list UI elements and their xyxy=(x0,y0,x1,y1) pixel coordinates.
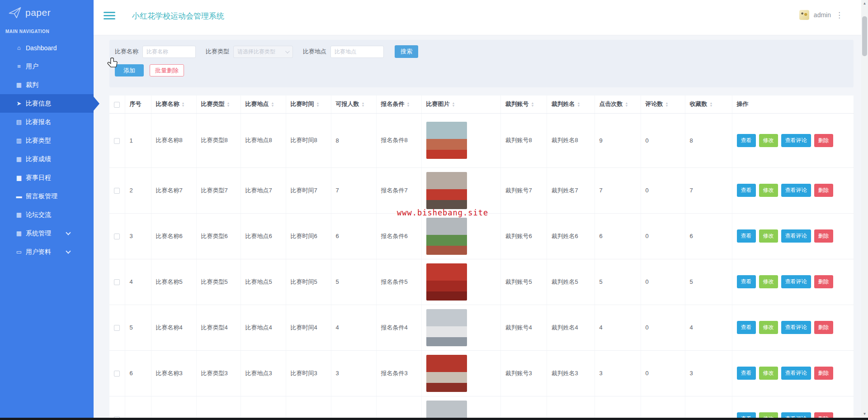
view-comments-button[interactable]: 查看评论 xyxy=(781,367,811,380)
row-checkbox[interactable] xyxy=(114,234,120,239)
sort-icon[interactable]: ▲▼ xyxy=(625,102,628,107)
sidebar-item-label: 论坛交流 xyxy=(26,211,51,219)
search-button[interactable]: 搜索 xyxy=(395,45,418,58)
sidebar-item-9[interactable]: ▦论坛交流 xyxy=(0,205,94,224)
sidebar-item-6[interactable]: ▦比赛成绩 xyxy=(0,150,94,168)
column-header-label: 比赛地点 xyxy=(245,100,269,107)
chevron-down-icon xyxy=(66,230,71,235)
sort-icon[interactable]: ▲▼ xyxy=(665,102,669,107)
cell-photo xyxy=(421,213,500,259)
place-filter-input[interactable] xyxy=(330,46,384,58)
view-comments-button[interactable]: 查看评论 xyxy=(781,184,811,197)
scrollbar[interactable]: ▲ ▼ xyxy=(861,0,868,420)
view-button[interactable]: 查看 xyxy=(737,184,756,197)
row-checkbox[interactable] xyxy=(114,325,120,331)
edit-button[interactable]: 修改 xyxy=(759,184,778,197)
delete-button[interactable]: 删除 xyxy=(814,367,833,380)
kebab-menu-icon[interactable]: ⋮ xyxy=(835,11,843,19)
edit-button[interactable]: 修改 xyxy=(759,367,778,380)
view-button[interactable]: 查看 xyxy=(737,321,756,334)
column-header-3[interactable]: 比赛地点▲▼ xyxy=(241,95,286,113)
competition-photo xyxy=(426,218,467,255)
sort-icon[interactable]: ▲▼ xyxy=(271,102,274,107)
cell-name: 比赛名称8 xyxy=(151,113,196,167)
view-button[interactable]: 查看 xyxy=(737,134,756,147)
sidebar-item-label: 裁判 xyxy=(26,81,38,89)
add-button[interactable]: 添加 xyxy=(115,64,144,76)
sort-icon[interactable]: ▲▼ xyxy=(531,102,534,107)
delete-button[interactable]: 删除 xyxy=(814,275,833,288)
row-checkbox[interactable] xyxy=(114,279,120,285)
column-header-8[interactable]: 裁判账号▲▼ xyxy=(500,95,547,113)
sidebar-item-5[interactable]: ▥比赛类型 xyxy=(0,131,94,150)
column-header-label: 报名条件 xyxy=(381,100,405,107)
sidebar-item-3[interactable]: ➤比赛信息 xyxy=(0,94,94,113)
delete-button[interactable]: 删除 xyxy=(814,134,833,147)
delete-button[interactable]: 删除 xyxy=(814,321,833,334)
select-all-checkbox[interactable] xyxy=(114,102,120,108)
sidebar-item-1[interactable]: ≡用户 xyxy=(0,57,94,76)
column-header-9[interactable]: 裁判姓名▲▼ xyxy=(547,95,594,113)
cell-clicks: 7 xyxy=(594,167,641,213)
sidebar-item-2[interactable]: ▦裁判 xyxy=(0,76,94,94)
scroll-up-arrow[interactable]: ▲ xyxy=(861,0,868,7)
cell-name: 比赛名称4 xyxy=(151,305,196,350)
edit-button[interactable]: 修改 xyxy=(759,321,778,334)
sidebar-item-10[interactable]: ▦系统管理 xyxy=(0,224,94,243)
sidebar-item-4[interactable]: ▤比赛报名 xyxy=(0,113,94,131)
cell-time: 比赛时间5 xyxy=(286,259,331,305)
delete-button[interactable]: 删除 xyxy=(814,184,833,197)
row-checkbox[interactable] xyxy=(114,138,120,144)
sort-icon[interactable]: ▲▼ xyxy=(227,102,230,107)
column-header-5[interactable]: 可报人数▲▼ xyxy=(331,95,376,113)
column-header-12[interactable]: 收藏数▲▼ xyxy=(685,95,732,113)
column-header-6[interactable]: 报名条件▲▼ xyxy=(376,95,421,113)
name-filter-input[interactable] xyxy=(142,46,196,58)
column-header-7[interactable]: 比赛图片▲▼ xyxy=(421,95,500,113)
sort-icon[interactable]: ▲▼ xyxy=(407,102,410,107)
edit-button[interactable]: 修改 xyxy=(759,275,778,288)
view-button[interactable]: 查看 xyxy=(737,229,756,243)
view-button[interactable]: 查看 xyxy=(737,275,756,288)
app-logo[interactable]: paper xyxy=(0,0,94,25)
sort-icon[interactable]: ▲▼ xyxy=(362,102,365,107)
view-comments-button[interactable]: 查看评论 xyxy=(781,275,811,288)
batch-delete-button[interactable]: 批量删除 xyxy=(150,64,184,76)
column-header-4[interactable]: 比赛时间▲▼ xyxy=(286,95,331,113)
delete-button[interactable]: 删除 xyxy=(814,229,833,243)
username-label[interactable]: admin xyxy=(814,11,831,19)
sidebar-item-7[interactable]: ▆赛事日程 xyxy=(0,168,94,187)
sort-icon[interactable]: ▲▼ xyxy=(577,102,580,107)
edit-button[interactable]: 修改 xyxy=(759,229,778,243)
view-comments-button[interactable]: 查看评论 xyxy=(781,321,811,334)
logo-text: paper xyxy=(25,7,51,18)
cell-judge_account: 裁判账号5 xyxy=(500,259,547,305)
sidebar-item-11[interactable]: ▭用户资料 xyxy=(0,243,94,261)
cell-capacity: 6 xyxy=(331,213,376,259)
column-header-11[interactable]: 评论数▲▼ xyxy=(641,95,685,113)
cell-type: 比赛类型7 xyxy=(196,167,241,213)
scroll-down-arrow[interactable]: ▼ xyxy=(861,410,868,418)
cell-judge_account: 裁判账号8 xyxy=(500,113,547,167)
edit-button[interactable]: 修改 xyxy=(759,134,778,147)
menu-toggle-icon[interactable] xyxy=(104,12,115,21)
row-checkbox[interactable] xyxy=(114,371,120,377)
cell-condition: 报名条件5 xyxy=(376,259,421,305)
sort-icon[interactable]: ▲▼ xyxy=(710,102,713,107)
sidebar-item-0[interactable]: ⌂Dashboard xyxy=(0,38,94,57)
sort-icon[interactable]: ▲▼ xyxy=(316,102,320,107)
type-filter-select[interactable]: 请选择比赛类型 xyxy=(233,46,293,58)
column-header-2[interactable]: 比赛类型▲▼ xyxy=(196,95,241,113)
view-comments-button[interactable]: 查看评论 xyxy=(781,134,811,147)
view-comments-button[interactable]: 查看评论 xyxy=(781,229,811,243)
view-button[interactable]: 查看 xyxy=(737,367,756,380)
column-header-10[interactable]: 点击次数▲▼ xyxy=(594,95,641,113)
row-checkbox[interactable] xyxy=(114,188,120,194)
cell-clicks: 3 xyxy=(594,350,641,396)
scrollbar-thumb[interactable] xyxy=(862,16,867,56)
column-header-1[interactable]: 比赛名称▲▼ xyxy=(151,95,196,113)
sidebar-item-8[interactable]: ▬留言板管理 xyxy=(0,187,94,205)
sort-icon[interactable]: ▲▼ xyxy=(182,102,185,107)
sort-icon[interactable]: ▲▼ xyxy=(452,102,455,107)
avatar[interactable] xyxy=(799,10,809,20)
